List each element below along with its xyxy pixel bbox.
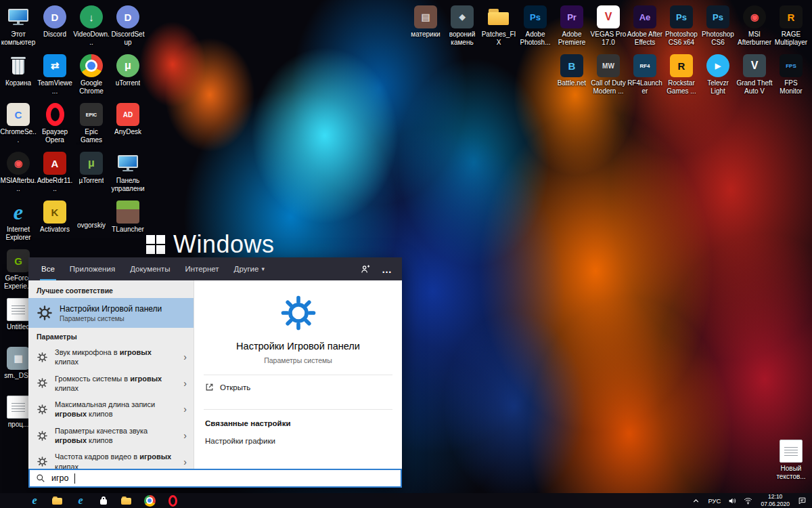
search-result-setting[interactable]: Громкость системы в игровых клипах› [28,371,194,397]
chevron-up-icon[interactable] [688,493,704,508]
taskbar-opera-button[interactable] [161,493,184,508]
desktop-icon[interactable]: RRockstar Games ... [663,51,700,100]
desktop-icon-label: Adobe Photosh... [517,30,554,46]
system-tray: РУС 12:10 07.06.2020 [688,493,812,508]
search-panel-body: Лучшее соответствие Настройки Игровой па… [28,280,402,469]
internet-explorer-icon: e [75,495,87,507]
ie-icon: e [7,200,30,224]
desktop-icon[interactable]: KActivators [37,198,73,247]
desktop-icon-label: Call of Duty Modern ... [590,79,627,95]
tray-time: 12:10 [761,493,790,501]
search-result-text: Максимальная длина записи игровых клипов [55,400,176,419]
desktop-icon[interactable]: TLauncher [110,198,146,247]
desktop-icon[interactable]: Google Chrome [73,51,110,100]
desktop-icon-row: BBattle.netMWCall of Duty Modern ...RF4R… [407,51,809,100]
desktop-icon[interactable]: CChromeSe... [0,100,37,149]
search-tab-documents[interactable]: Документы [122,257,177,280]
desktop-icon[interactable]: Браузер Opera [37,100,73,149]
desktop-icon[interactable]: RRAGE Multiplayer [773,3,809,51]
desktop-icon[interactable]: µuTorrent [110,51,146,100]
desktop-icon[interactable]: DDiscord [37,3,73,51]
best-match-result[interactable]: Настройки Игровой панели Параметры систе… [28,298,194,328]
taskbar-edge-button[interactable]: e [23,493,46,508]
desktop-icon[interactable]: ▤материки [407,3,444,51]
taskbar-store-button[interactable] [92,493,115,508]
tile-icon: ◆ [451,5,474,28]
desktop-icon[interactable]: AeAdobe After Effects 2020 [627,3,663,51]
taskbar-file-explorer-button[interactable] [46,493,69,508]
search-result-setting[interactable]: Звук микрофона в игровых клипах› [28,344,194,371]
search-results-list: Лучшее соответствие Настройки Игровой па… [28,280,194,469]
desktop-icon[interactable]: PsAdobe Photosh... [517,3,554,51]
settings-section-header: Параметры [28,328,194,344]
desktop-icon[interactable]: PrAdobe Premiere P... [554,3,590,51]
store-icon [98,495,110,507]
desktop-icon-label: Adobe After Effects 2020 [627,30,663,47]
search-tab-apps[interactable]: Приложения [62,257,122,280]
desktop-icon[interactable]: Новый текстов... [773,437,809,486]
desktop-icon[interactable]: Панель управления [110,149,146,198]
feedback-icon[interactable] [361,264,371,274]
desktop-icon-label: Grand Theft Auto V [736,79,773,95]
desktop-icon[interactable]: EPICEpic Games Launcher [73,100,110,149]
taskbar-documents-folder-button[interactable] [115,493,138,508]
start-button[interactable] [0,493,23,508]
windows-logo-icon [146,235,165,254]
search-input[interactable]: игро [28,469,402,488]
monitor-icon [116,152,139,175]
tile-icon: ⇄ [43,54,66,77]
desktop-icon[interactable]: PsPhotoshop CS6 [700,3,736,51]
desktop-icon[interactable]: DDiscordSetup [110,3,146,51]
clock[interactable]: 12:10 07.06.2020 [756,493,794,507]
desktop-icon-label: Этот компьютер [0,30,37,46]
more-options-icon[interactable]: … [382,264,392,274]
open-action[interactable]: Открыть [194,375,402,399]
desktop-icon[interactable]: ◉MSI Afterburner [736,3,773,51]
trash-icon [7,54,30,77]
graphics-settings-link[interactable]: Настройки графики [194,430,402,452]
desktop-icon[interactable]: µµTorrent [73,149,110,198]
desktop-icon[interactable]: ⇄TeamViewe... [37,51,73,100]
tile-icon: AD [116,103,139,126]
search-tab-web[interactable]: Интернет [177,257,226,280]
language-indicator[interactable]: РУС [704,497,725,505]
desktop-icon[interactable]: FPSFPS Monitor [773,51,809,100]
chevron-right-icon: › [183,379,189,388]
search-result-setting[interactable]: Частота кадров видео в игровых клипах› [28,448,194,469]
desktop-icon[interactable]: RF4RF4Launcher [627,51,663,100]
search-tab-all[interactable]: Все [34,257,62,280]
desktop-icon[interactable]: PsPhotoshop CS6 x64 [663,3,700,51]
desktop-icon-label: TLauncher [112,226,144,234]
search-result-setting[interactable]: Максимальная длина записи игровых клипов… [28,396,194,423]
taskbar-chrome-button[interactable] [138,493,161,508]
desktop-icon[interactable]: MWCall of Duty Modern ... [590,51,627,100]
network-icon[interactable] [740,493,756,508]
tile-icon: G [7,249,30,272]
desktop-icon-label: Панель управления [110,177,146,193]
desktop-icon[interactable]: ↓VideoDown... [73,3,110,51]
action-center-icon[interactable] [794,493,810,508]
search-result-text: Громкость системы в игровых клипах [55,374,176,394]
desktop-icon[interactable]: ADAnyDesk [110,100,146,149]
desktop-icon[interactable]: ▶Televzr Light [700,51,736,100]
desktop-icon[interactable]: VVEGAS Pro 17.0 [590,3,627,51]
tile-icon: C [7,103,30,126]
volume-icon[interactable] [725,493,740,508]
tile-icon: A [43,152,66,175]
desktop-icon[interactable]: ◉MSIAfterbu... [0,149,37,198]
desktop-icon[interactable]: ovgorskiy [73,198,110,247]
desktop-icon[interactable]: Корзина [0,51,37,100]
search-result-setting[interactable]: Параметры качества звука игровых клипов› [28,423,194,449]
taskbar-internet-explorer-button[interactable]: e [69,493,92,508]
desktop-icon[interactable]: BBattle.net [554,51,590,100]
desktop-icon[interactable]: Patches_FIX [480,3,517,51]
desktop-icon[interactable]: VGrand Theft Auto V [736,51,773,100]
desktop-icon[interactable]: eInternet Explorer [0,198,37,247]
search-icon [36,473,45,483]
desktop-icon[interactable]: ◆вороний камень [444,3,480,51]
search-tab-more[interactable]: Другие▾ [227,257,272,280]
chevron-right-icon: › [183,352,189,362]
desktop-icon[interactable]: Этот компьютер [0,3,37,51]
desktop-icon[interactable]: AAdbeRdr11... [37,149,73,198]
circle-icon: µ [116,54,139,77]
